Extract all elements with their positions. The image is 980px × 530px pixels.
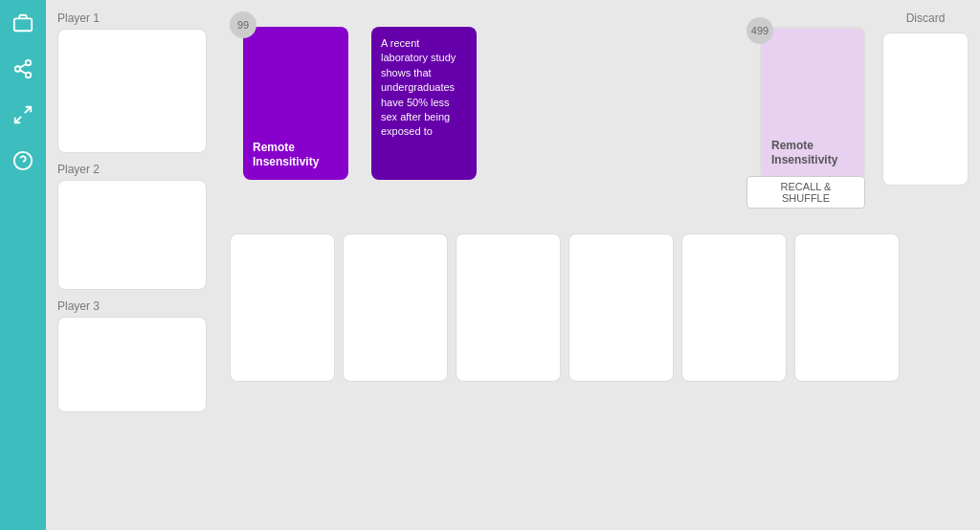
player-1-label: Player 1 xyxy=(57,11,207,25)
top-row: 99 Remote Insensitivity A recent laborat… xyxy=(230,11,969,222)
white-stack-inner: 499 Remote Insensitivity xyxy=(746,17,865,180)
discard-label: Discard xyxy=(906,11,946,25)
player-3-section: Player 3 xyxy=(57,299,207,412)
share-icon[interactable] xyxy=(10,55,36,82)
hand-card-5[interactable] xyxy=(681,233,787,382)
bottom-row xyxy=(230,233,969,382)
player-1-area xyxy=(57,29,207,153)
black-card[interactable]: Remote Insensitivity xyxy=(243,27,348,180)
left-panel: Player 1 Player 2 Player 3 xyxy=(46,0,218,530)
white-card-text: Remote Insensitivity xyxy=(771,139,854,168)
hand-card-3[interactable] xyxy=(456,233,561,382)
question-card-text: A recent laboratory study shows that und… xyxy=(381,36,467,140)
svg-point-4 xyxy=(26,73,32,78)
white-top-card[interactable]: Remote Insensitivity xyxy=(760,27,865,180)
hand-card-6[interactable] xyxy=(794,233,900,382)
player-2-area xyxy=(57,180,207,290)
discard-area: Discard xyxy=(882,11,969,186)
svg-point-2 xyxy=(26,60,32,66)
svg-line-6 xyxy=(20,64,26,68)
hand-card-1[interactable] xyxy=(230,233,335,382)
player-2-label: Player 2 xyxy=(57,163,207,176)
svg-rect-0 xyxy=(14,18,32,31)
expand-icon[interactable] xyxy=(10,101,36,128)
black-card-count: 99 xyxy=(230,11,256,38)
briefcase-icon[interactable] xyxy=(10,10,36,36)
help-icon[interactable] xyxy=(10,147,36,174)
center-area: 99 Remote Insensitivity A recent laborat… xyxy=(218,0,980,530)
player-3-label: Player 3 xyxy=(57,299,207,313)
white-card-count: 499 xyxy=(746,17,773,44)
main-area: Player 1 Player 2 Player 3 99 Remote Ins… xyxy=(46,0,980,530)
hand-card-4[interactable] xyxy=(568,233,674,382)
player-2-section: Player 2 xyxy=(57,163,207,290)
svg-point-3 xyxy=(15,66,21,72)
hand-card-2[interactable] xyxy=(343,233,448,382)
question-card[interactable]: A recent laboratory study shows that und… xyxy=(371,27,477,180)
svg-line-8 xyxy=(15,117,21,122)
svg-line-7 xyxy=(25,107,31,113)
white-card-stack-area: 499 Remote Insensitivity RECALL & SHUFFL… xyxy=(746,11,865,180)
player-3-area xyxy=(57,317,207,412)
sidebar xyxy=(0,0,46,530)
discard-card xyxy=(882,33,969,186)
black-card-stack: 99 Remote Insensitivity xyxy=(230,11,348,180)
svg-line-5 xyxy=(20,70,26,74)
player-1-section: Player 1 xyxy=(57,11,207,153)
black-card-text: Remote Insensitivity xyxy=(253,141,339,170)
recall-shuffle-button[interactable]: RECALL & SHUFFLE xyxy=(746,176,865,209)
